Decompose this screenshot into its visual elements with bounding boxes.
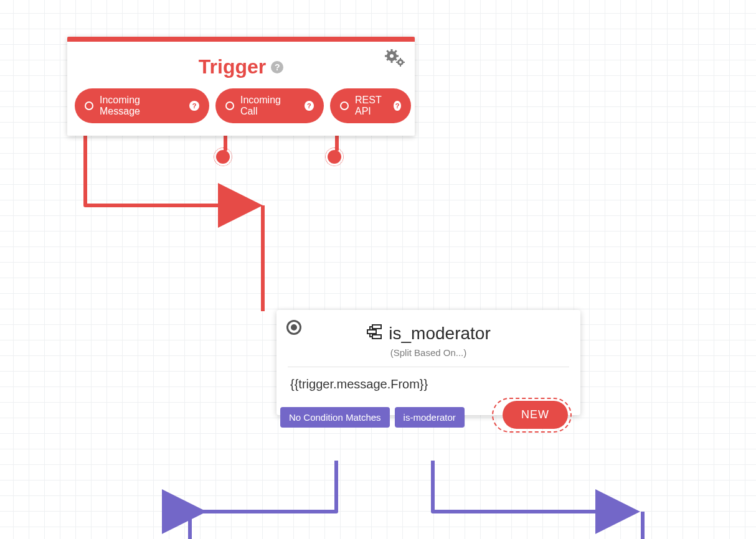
svg-rect-2 <box>391 49 393 52</box>
svg-rect-3 <box>391 60 393 63</box>
new-transition-button[interactable]: NEW <box>503 401 568 429</box>
port-ring-icon <box>340 101 349 110</box>
trigger-output-pills: Incoming Message ? Incoming Call ? REST … <box>67 88 415 136</box>
svg-rect-4 <box>385 55 388 57</box>
trigger-title: Trigger ? <box>199 55 283 78</box>
svg-rect-16 <box>372 325 381 329</box>
pill-incoming-call[interactable]: Incoming Call ? <box>215 88 324 123</box>
input-port-icon[interactable] <box>286 320 301 335</box>
svg-rect-15 <box>403 62 405 63</box>
port-ring-icon <box>85 101 93 110</box>
svg-point-11 <box>399 61 402 63</box>
pill-incoming-message[interactable]: Incoming Message ? <box>75 88 209 123</box>
port-ring-icon <box>225 101 234 110</box>
help-icon[interactable]: ? <box>305 101 314 111</box>
svg-rect-18 <box>372 335 381 339</box>
trigger-node[interactable]: Trigger ? Inc <box>67 37 415 136</box>
pill-label: REST API <box>355 95 387 117</box>
svg-rect-13 <box>400 65 401 67</box>
svg-point-1 <box>390 54 394 58</box>
output-is-moderator[interactable]: is-moderator <box>395 407 465 428</box>
split-icon <box>366 324 382 344</box>
svg-rect-12 <box>400 58 401 60</box>
gears-icon[interactable] <box>385 49 405 70</box>
split-title-text: is_moderator <box>389 324 490 344</box>
svg-rect-17 <box>367 330 376 334</box>
help-icon[interactable]: ? <box>394 101 401 111</box>
help-icon[interactable]: ? <box>189 101 199 111</box>
trigger-header: Trigger ? <box>67 42 415 88</box>
help-icon[interactable]: ? <box>271 61 283 73</box>
output-no-condition-matches[interactable]: No Condition Matches <box>280 407 390 428</box>
pill-label: Incoming Message <box>100 95 183 117</box>
split-subtitle: (Split Based On...) <box>276 347 580 367</box>
split-header: is_moderator <box>276 310 580 347</box>
split-title: is_moderator <box>366 324 490 344</box>
split-output-pills: No Condition Matches is-moderator <box>280 407 465 428</box>
svg-rect-14 <box>396 62 398 63</box>
svg-rect-5 <box>395 55 399 57</box>
pill-rest-api[interactable]: REST API ? <box>330 88 411 123</box>
trigger-title-text: Trigger <box>199 55 266 78</box>
pill-label: Incoming Call <box>240 95 298 117</box>
split-widget-node[interactable]: is_moderator (Split Based On...) {{trigg… <box>276 310 580 415</box>
